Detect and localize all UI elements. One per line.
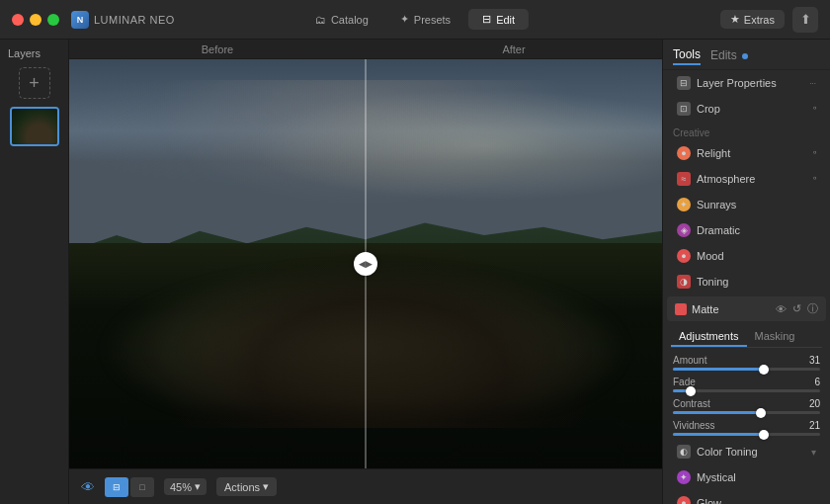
atmosphere-badge: ᵅ — [813, 175, 816, 184]
matte-title: Matte — [692, 303, 719, 315]
after-label: After — [366, 43, 662, 55]
before-label: Before — [69, 43, 366, 55]
atmosphere-label: Atmosphere — [697, 173, 755, 185]
zoom-value: 45% — [170, 481, 192, 493]
color-toning-label: Color Toning — [697, 446, 758, 458]
tool-glow[interactable]: ● Glow — [667, 491, 826, 504]
add-layer-button[interactable]: + — [19, 67, 50, 99]
star-icon: ★ — [730, 13, 740, 26]
app-name-label: LUMINAR NEO — [94, 14, 175, 26]
crop-badge: ᵅ — [813, 105, 816, 114]
mood-label: Mood — [697, 250, 724, 262]
glow-icon: ● — [677, 496, 691, 504]
matte-actions: 👁 ↺ ⓘ — [776, 301, 818, 316]
minimize-button[interactable] — [30, 14, 42, 26]
fade-thumb[interactable] — [686, 386, 696, 396]
contrast-thumb[interactable] — [756, 408, 766, 418]
zoom-selector[interactable]: 45% ▾ — [164, 478, 207, 495]
tool-sunrays[interactable]: ✦ Sunrays — [667, 193, 826, 216]
crop-icon: ⊡ — [677, 102, 691, 116]
catalog-label: Catalog — [331, 14, 369, 26]
relight-icon: ● — [677, 146, 691, 160]
tool-relight[interactable]: ● Relight ᵅ — [667, 141, 826, 165]
share-icon: ⬆ — [800, 12, 811, 27]
tools-label: Tools — [673, 47, 701, 61]
dramatic-label: Dramatic — [697, 224, 740, 236]
adj-masking-tabs: Adjustments Masking — [671, 327, 822, 348]
slider-amount-labels: Amount 31 — [673, 355, 820, 366]
crop-label: Crop — [697, 103, 720, 115]
eye-toggle-icon[interactable]: 👁 — [776, 303, 787, 315]
toning-label: Toning — [697, 276, 728, 288]
amount-track[interactable] — [673, 368, 820, 371]
extras-button[interactable]: ★ Extras — [720, 10, 785, 29]
atmosphere-icon: ≈ — [677, 172, 691, 186]
tab-adjustments[interactable]: Adjustments — [671, 327, 747, 347]
tab-edit[interactable]: ⊟ Edit — [468, 9, 529, 30]
share-button[interactable]: ⬆ — [792, 7, 818, 33]
creative-section-header: Creative — [663, 122, 830, 140]
vividness-track[interactable] — [673, 433, 820, 436]
eye-icon[interactable]: 👁 — [81, 479, 95, 495]
contrast-track[interactable] — [673, 411, 820, 414]
tab-presets[interactable]: ✦ Presets — [386, 9, 464, 30]
dramatic-icon: ◈ — [677, 223, 691, 237]
amount-label: Amount — [673, 355, 706, 366]
vividness-value: 21 — [809, 420, 820, 431]
view-split-button[interactable]: ⊟ — [105, 477, 128, 497]
arrows-icon: ◀▶ — [359, 259, 373, 269]
amount-value: 31 — [809, 355, 820, 366]
adjustments-label: Adjustments — [679, 330, 739, 342]
catalog-icon: 🗂 — [315, 14, 326, 26]
divider-handle[interactable]: ◀▶ — [354, 252, 377, 276]
canvas-wrapper[interactable]: ◀▶ — [69, 59, 662, 468]
contrast-fill — [673, 411, 761, 414]
tab-edits[interactable]: Edits — [710, 48, 748, 64]
tool-crop[interactable]: ⊡ Crop ᵅ — [667, 97, 826, 121]
tab-tools[interactable]: Tools — [673, 47, 701, 65]
layer-properties-badge: ··· — [809, 79, 816, 88]
edits-dot — [742, 53, 748, 59]
contrast-value: 20 — [809, 398, 820, 409]
tool-atmosphere[interactable]: ≈ Atmosphere ᵅ — [667, 167, 826, 191]
tool-dramatic[interactable]: ◈ Dramatic — [667, 218, 826, 242]
mood-icon: ● — [677, 249, 691, 263]
maximize-button[interactable] — [47, 14, 59, 26]
slider-amount: Amount 31 — [663, 352, 830, 374]
fade-track[interactable] — [673, 389, 820, 392]
slider-vividness: Vividness 21 — [663, 417, 830, 439]
masking-label: Masking — [755, 330, 795, 342]
edit-label: Edit — [496, 14, 515, 26]
tool-layer-properties[interactable]: ⊟ Layer Properties ··· — [667, 71, 826, 95]
actions-chevron-icon: ▾ — [263, 480, 269, 493]
info-icon[interactable]: ⓘ — [807, 301, 818, 316]
close-button[interactable] — [12, 14, 24, 26]
tab-catalog[interactable]: 🗂 Catalog — [301, 9, 382, 30]
layers-panel: Layers + — [0, 40, 69, 504]
color-toning-section[interactable]: ◐ Color Toning ▾ — [667, 440, 826, 463]
view-single-button[interactable]: □ — [130, 477, 154, 497]
tool-mystical[interactable]: ✦ Mystical — [667, 465, 826, 489]
vividness-thumb[interactable] — [759, 430, 769, 440]
matte-icon — [675, 303, 687, 315]
mystical-label: Mystical — [697, 471, 736, 483]
tool-mood[interactable]: ● Mood — [667, 244, 826, 268]
layer-thumbnail[interactable] — [10, 107, 59, 146]
mystical-icon: ✦ — [677, 470, 691, 484]
amount-thumb[interactable] — [759, 365, 769, 375]
sunrays-label: Sunrays — [697, 199, 736, 210]
traffic-lights — [12, 14, 59, 26]
matte-section[interactable]: Matte 👁 ↺ ⓘ — [667, 296, 826, 321]
view-buttons: ⊟ □ — [105, 477, 154, 497]
tool-toning[interactable]: ◑ Toning — [667, 270, 826, 294]
glow-label: Glow — [697, 497, 721, 504]
tab-masking[interactable]: Masking — [747, 327, 803, 347]
slider-fade-labels: Fade 6 — [673, 377, 820, 387]
nav-tabs: 🗂 Catalog ✦ Presets ⊟ Edit — [301, 9, 529, 30]
color-toning-expand-icon: ▾ — [811, 447, 816, 458]
layers-title: Layers — [6, 47, 62, 59]
actions-button[interactable]: Actions ▾ — [216, 477, 277, 496]
reset-icon[interactable]: ↺ — [792, 302, 801, 315]
app-icon: N — [71, 11, 89, 29]
right-panel: Tools Edits ⊟ Layer Properties ··· ⊡ Cro… — [662, 40, 830, 504]
